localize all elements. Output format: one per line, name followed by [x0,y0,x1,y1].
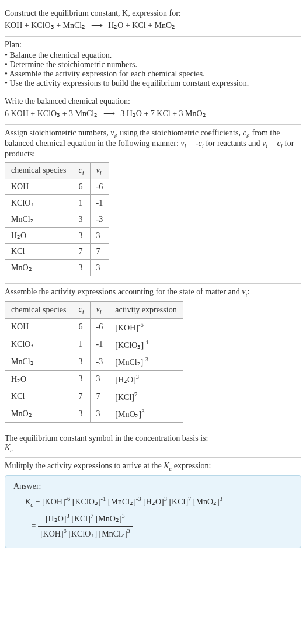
term: [H₂O]3 [143,497,167,506]
term-base: [KOH] [40,530,64,538]
stoich-table: chemical species ci νi KOH6-6 KClO₃1-1 M… [5,162,109,277]
balanced-equation: 6 KOH + KClO₃ + 3 MnCl₂ ⟶ 3 H₂O + 7 KCl … [5,109,301,119]
expr-pow: 7 [134,391,137,398]
expr-base: [KOH] [115,323,138,332]
col-expr: activity expression [109,302,183,319]
kc-symbol-section: The equilibrium constant symbol in the c… [5,430,301,457]
term-base: [H₂O] [46,514,67,523]
term-base: [KClO₃] [68,530,97,538]
activity-table: chemical species ci νi activity expressi… [5,301,183,423]
plan-item: Use the activity expressions to build th… [5,79,301,88]
term-pow: 7 [91,513,93,519]
term: [MnO₂]3 [193,497,222,506]
stoich-text-part: Assign stoichiometric numbers, [5,128,110,137]
term-base: [MnO₂] [193,497,220,506]
table-row: MnCl₂3-3[MnCl₂]-3 [5,353,183,371]
term: [KCl]7 [71,514,93,523]
term: [KCl]7 [169,497,191,506]
unbalanced-equation: KOH + KClO₃ + MnCl₂ ⟶ H₂O + KCl + MnO₂ [5,20,301,30]
multiply-heading: Mulitply the activity expressions to arr… [5,461,301,472]
plan-list: Balance the chemical equation. Determine… [5,51,301,88]
term-pow: 3 [127,528,130,535]
cell-species: KCl [5,388,72,405]
cell-c: 6 [72,179,90,195]
intro-line: Construct the equilibrium constant, K, e… [5,9,301,18]
table-row: MnO₂33[MnO₂]3 [5,405,183,423]
term-base: [MnCl₂] [108,497,136,506]
multiply-section: Mulitply the activity expressions to arr… [5,457,301,555]
intro-section: Construct the equilibrium constant, K, e… [5,5,301,36]
table-row: KOH6-6 [5,179,109,195]
activity-heading-text: Assemble the activity expressions accoun… [5,287,249,296]
term: [KOH]6 [40,530,67,538]
cell-expr: [MnCl₂]-3 [109,353,183,371]
col-species: chemical species [5,302,72,319]
cell-v: -1 [90,195,109,211]
arrow-icon: ⟶ [103,109,115,118]
fraction: [H₂O]3 [KCl]7 [MnO₂]3 [KOH]6 [KClO₃] [Mn… [38,511,133,542]
nu-var: νi [110,128,116,137]
plan-heading: Plan: [5,40,301,50]
term-base: [KCl] [169,497,188,506]
expr-base: [KClO₃] [115,340,144,349]
stoich-text-part: for reactants and [204,139,262,148]
term-pow: 7 [188,496,191,503]
cell-species: MnCl₂ [5,211,72,228]
balanced-rhs: 3 H₂O + 7 KCl + 3 MnO₂ [120,109,206,118]
cell-species: KCl [5,244,72,260]
term: [KClO₃] [68,530,97,538]
equation-lhs: KOH + KClO₃ + MnCl₂ [5,21,85,30]
cell-species: H₂O [5,370,72,388]
balanced-lhs: 6 KOH + KClO₃ + 3 MnCl₂ [5,109,98,118]
cell-v: 7 [90,244,109,260]
cell-expr: [H₂O]3 [109,370,183,388]
col-species: chemical species [5,162,72,179]
term-pow: -6 [65,496,71,503]
cell-species: MnO₂ [5,260,72,276]
cell-v: 3 [90,370,109,388]
balanced-section: Write the balanced chemical equation: 6 … [5,93,301,124]
cell-species: MnO₂ [5,405,72,423]
expr-pow: 3 [136,374,139,380]
kc-symbol-text: The equilibrium constant symbol in the c… [5,434,301,443]
table-row: KCl77[KCl]7 [5,388,183,405]
term: [MnCl₂]3 [99,530,130,538]
term-base: [KClO₃] [72,497,101,506]
cell-species: KOH [5,318,72,336]
term-base: [H₂O] [143,497,164,506]
cell-species: H₂O [5,228,72,244]
term-pow: 6 [64,528,67,535]
activity-section: Assemble the activity expressions accoun… [5,283,301,430]
cell-expr: [KOH]-6 [109,318,183,336]
cell-c: 3 [72,228,90,244]
formula: νi = ci [262,139,283,148]
cell-c: 3 [72,353,90,371]
plan-item: Assemble the activity expression for eac… [5,69,301,79]
activity-heading: Assemble the activity expressions accoun… [5,287,301,298]
cell-expr: [KCl]7 [109,388,183,405]
expr-base: [KCl] [115,392,134,401]
cell-species: MnCl₂ [5,353,72,371]
cell-c: 3 [72,260,90,276]
table-row: KClO₃1-1[KClO₃]-1 [5,336,183,353]
cell-species: KOH [5,179,72,195]
cell-v: -3 [90,353,109,371]
formula: νi = -ci [180,139,203,148]
expr-base: [MnO₂] [115,410,141,419]
plan-section: Plan: Balance the chemical equation. Det… [5,36,301,93]
balanced-heading: Write the balanced chemical equation: [5,97,301,106]
cell-c: 7 [72,388,90,405]
cell-species: KClO₃ [5,195,72,211]
term-pow: 3 [122,513,125,519]
expr-pow: -3 [143,356,148,363]
table-row: KOH6-6[KOH]-6 [5,318,183,336]
term-pow: 3 [220,496,222,503]
expr-pow: -6 [138,322,144,328]
term: [MnCl₂]-3 [108,497,141,506]
term: [KClO₃]-1 [72,497,106,506]
table-row: H₂O33 [5,228,109,244]
term-base: [KOH] [42,497,65,506]
cell-c: 7 [72,244,90,260]
plan-item: Balance the chemical equation. [5,51,301,60]
cell-v: 3 [90,228,109,244]
